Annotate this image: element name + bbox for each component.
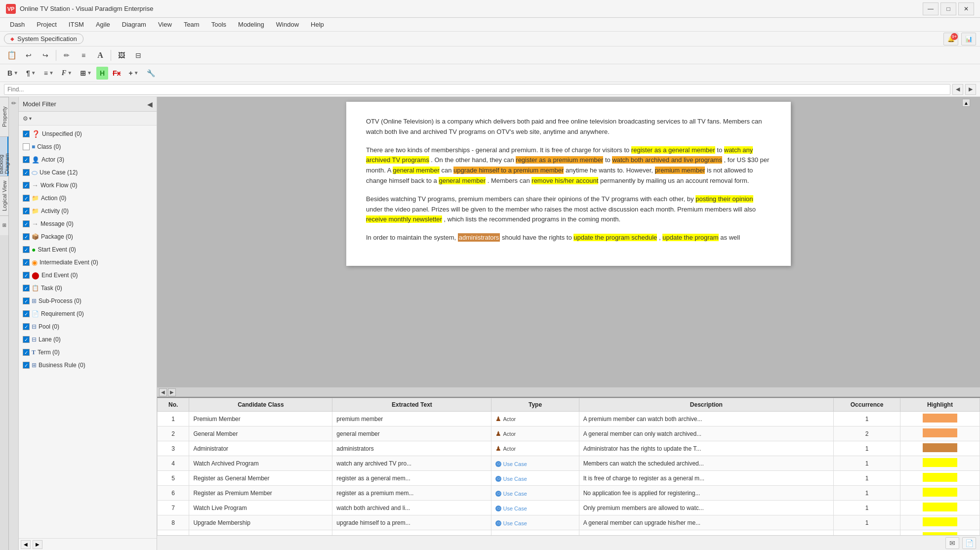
tree-item-pool[interactable]: ✓ ⊟ Pool (0): [19, 320, 157, 333]
checkbox-usecase[interactable]: ✓: [23, 169, 30, 176]
table-row[interactable]: 8 Upgrade Membership upgrade himself to …: [158, 515, 980, 530]
font-button[interactable]: F ▼: [58, 67, 76, 80]
checkbox-requirement[interactable]: ✓: [23, 310, 30, 317]
menu-team[interactable]: Team: [178, 19, 205, 30]
menu-help[interactable]: Help: [305, 19, 330, 30]
tree-item-business-rule[interactable]: ✓ ⊞ Business Rule (0): [19, 359, 157, 372]
tree-item-subprocess[interactable]: ✓ ⊞ Sub-Process (0): [19, 295, 157, 307]
checkbox-term[interactable]: ✓: [23, 349, 30, 356]
new-button[interactable]: 📋: [4, 48, 20, 62]
tree-item-requirement[interactable]: ✓ 📄 Requirement (0): [19, 307, 157, 320]
pen-button[interactable]: ✏: [59, 48, 75, 62]
tree-item-start-event[interactable]: ✓ ● Start Event (0): [19, 243, 157, 256]
model-tree: ✓ ❓ Unspecified (0) ■ Class (0) ✓ 👤 Acto…: [19, 126, 157, 538]
paragraph-button[interactable]: ¶ ▼: [23, 67, 40, 80]
restore-button[interactable]: □: [940, 2, 956, 15]
list-button[interactable]: ≡ ▼: [41, 67, 57, 80]
checkbox-start-event[interactable]: ✓: [23, 246, 30, 253]
undo-button[interactable]: ↩: [21, 48, 37, 62]
checkbox-package[interactable]: ✓: [23, 233, 30, 240]
format-button[interactable]: Fx: [109, 67, 124, 80]
tab-property[interactable]: Property: [0, 97, 8, 136]
line-button[interactable]: ≡: [76, 48, 91, 62]
table-row[interactable]: 1 Premium Member premium member ♟ Actor …: [158, 412, 980, 426]
tree-item-action[interactable]: ✓ 📁 Action (0): [19, 192, 157, 205]
checkbox-actor[interactable]: ✓: [23, 156, 30, 163]
tree-item-end-event[interactable]: ✓ ⬤ End Event (0): [19, 269, 157, 282]
checkbox-task[interactable]: ✓: [23, 285, 30, 292]
table-row[interactable]: 2 General Member general member ♟ Actor …: [158, 426, 980, 441]
tree-item-class[interactable]: ■ Class (0): [19, 140, 157, 153]
tree-item-usecase[interactable]: ✓ ⬭ Use Case (12): [19, 166, 157, 179]
checkbox-message[interactable]: ✓: [23, 220, 30, 227]
checkbox-end-event[interactable]: ✓: [23, 272, 30, 279]
menu-itsm[interactable]: ITSM: [63, 19, 90, 30]
tree-item-lane[interactable]: ✓ ⊟ Lane (0): [19, 333, 157, 346]
table-row[interactable]: 9 Remove Account remove his/her account …: [158, 530, 980, 536]
search-input[interactable]: [4, 84, 950, 95]
checkbox-class[interactable]: [23, 143, 30, 150]
checkbox-intermediate-event[interactable]: ✓: [23, 259, 30, 266]
insert-button[interactable]: + ▼: [125, 67, 142, 80]
breadcrumb[interactable]: ◆ System Specification: [4, 34, 83, 44]
tree-scroll-right[interactable]: ▶: [33, 540, 42, 549]
scroll-right-button[interactable]: ▶: [168, 388, 176, 396]
checkbox-workflow[interactable]: ✓: [23, 182, 30, 189]
menu-agile[interactable]: Agile: [90, 19, 116, 30]
tools-button[interactable]: 🔧: [143, 67, 159, 80]
minimize-button[interactable]: —: [923, 2, 939, 15]
tab-logical-view[interactable]: Logical View: [0, 176, 8, 215]
pencil-strip-icon[interactable]: ✏: [9, 99, 18, 108]
table-row[interactable]: 3 Administrator administrators ♟ Actor A…: [158, 441, 980, 456]
tree-item-task[interactable]: ✓ 📋 Task (0): [19, 282, 157, 295]
checkbox-unspecified[interactable]: ✓: [23, 130, 30, 137]
table-button[interactable]: ⊞ ▼: [77, 67, 95, 80]
close-button[interactable]: ✕: [958, 2, 974, 15]
table-row[interactable]: 4 Watch Archived Program watch any archi…: [158, 456, 980, 471]
highlight-toolbar-button[interactable]: H: [96, 67, 108, 80]
menu-window[interactable]: Window: [270, 19, 305, 30]
tree-item-intermediate-event[interactable]: ✓ ◉ Intermediate Event (0): [19, 256, 157, 269]
menu-diagram[interactable]: Diagram: [116, 19, 152, 30]
scroll-left-button[interactable]: ◀: [159, 388, 167, 396]
bold-button[interactable]: B ▼: [4, 67, 22, 80]
tree-item-message[interactable]: ✓ → Message (0): [19, 217, 157, 230]
menu-tools[interactable]: Tools: [205, 19, 232, 30]
tree-item-term[interactable]: ✓ T Term (0): [19, 346, 157, 359]
tab-diagram-backlog[interactable]: Diagram Backlog: [0, 136, 8, 176]
image-button[interactable]: 🖼: [114, 48, 129, 62]
menu-modeling[interactable]: Modeling: [232, 19, 270, 30]
checkbox-action[interactable]: ✓: [23, 195, 30, 202]
table-row[interactable]: 5 Register as General Member register as…: [158, 471, 980, 486]
panel-collapse-button[interactable]: ◀: [147, 100, 153, 108]
tree-item-activity[interactable]: ✓ 📁 Activity (0): [19, 205, 157, 217]
tab-extra[interactable]: ⊞: [0, 215, 8, 235]
tree-item-workflow[interactable]: ✓ → Work Flow (0): [19, 179, 157, 192]
doc-area[interactable]: ▲ OTV (Online Television) is a company w…: [157, 97, 980, 387]
checkbox-lane[interactable]: ✓: [23, 336, 30, 343]
checkbox-business-rule[interactable]: ✓: [23, 362, 30, 369]
table-row[interactable]: 6 Register as Premium Member register as…: [158, 486, 980, 501]
dashboard-button[interactable]: 📊: [961, 33, 976, 45]
search-prev-button[interactable]: ◀: [952, 84, 963, 95]
redo-button[interactable]: ↪: [38, 48, 53, 62]
tree-scroll-left[interactable]: ◀: [21, 540, 31, 549]
panel-gear-button[interactable]: ⚙ ▼: [22, 113, 34, 124]
doc-scroll-up-button[interactable]: ▲: [962, 99, 970, 107]
email-button[interactable]: ✉: [945, 537, 959, 549]
table-insert-button[interactable]: ⊟: [130, 48, 146, 62]
text-button[interactable]: A: [92, 48, 108, 62]
menu-dash[interactable]: Dash: [4, 19, 31, 30]
menu-project[interactable]: Project: [31, 19, 62, 30]
checkbox-activity[interactable]: ✓: [23, 208, 30, 214]
checkbox-pool[interactable]: ✓: [23, 323, 30, 330]
notifications-button[interactable]: 🔔 9+: [943, 33, 958, 45]
checkbox-subprocess[interactable]: ✓: [23, 297, 30, 304]
table-row[interactable]: 7 Watch Live Program watch both archived…: [158, 501, 980, 515]
tree-item-unspecified[interactable]: ✓ ❓ Unspecified (0): [19, 127, 157, 140]
tree-item-package[interactable]: ✓ 📦 Package (0): [19, 230, 157, 243]
search-next-button[interactable]: ▶: [965, 84, 976, 95]
tree-item-actor[interactable]: ✓ 👤 Actor (3): [19, 153, 157, 166]
doc-button[interactable]: 📄: [962, 537, 976, 549]
menu-view[interactable]: View: [152, 19, 178, 30]
